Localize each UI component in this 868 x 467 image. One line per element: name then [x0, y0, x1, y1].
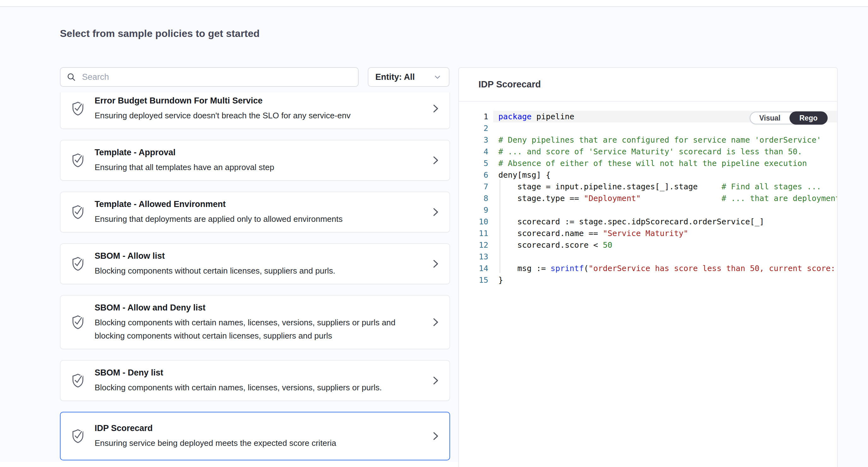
line-number: 7 — [459, 181, 488, 193]
policy-card-selected[interactable]: IDP ScorecardEnsuring service being depl… — [60, 412, 450, 460]
line-number: 5 — [459, 157, 488, 169]
code-line: # Absence of either of these will not ha… — [493, 157, 837, 169]
line-number: 9 — [459, 204, 488, 216]
policy-title: SBOM - Allow and Deny list — [95, 302, 418, 313]
view-mode-toggle[interactable]: Visual Rego — [750, 112, 828, 124]
line-number: 6 — [459, 169, 488, 181]
rego-code-editor[interactable]: 123456789101112131415 package pipeline# … — [459, 101, 837, 286]
chevron-right-icon[interactable] — [430, 258, 441, 269]
indent-guide — [500, 179, 500, 273]
entity-filter-label: Entity: All — [375, 72, 415, 82]
search-box[interactable] — [60, 67, 359, 87]
shield-check-icon — [71, 373, 85, 388]
line-number: 12 — [459, 239, 488, 251]
policy-description: Ensuring deployed service doesn't breach… — [95, 109, 397, 122]
shield-check-icon — [71, 256, 85, 272]
detail-title: IDP Scorecard — [478, 79, 541, 90]
policy-title: Template - Allowed Environment — [95, 199, 418, 210]
line-number: 14 — [459, 263, 488, 274]
policy-description: Blocking components with certain names, … — [95, 316, 397, 342]
policy-card[interactable]: Template - Allowed EnvironmentEnsuring t… — [60, 192, 450, 233]
policy-title: IDP Scorecard — [95, 422, 418, 434]
entity-filter-dropdown[interactable]: Entity: All — [368, 67, 450, 87]
visual-toggle-button[interactable]: Visual — [750, 112, 789, 124]
code-line: msg := sprintf("orderService has score l… — [493, 263, 837, 274]
search-icon — [66, 72, 76, 82]
policy-text: SBOM - Allow and Deny listBlocking compo… — [95, 302, 418, 342]
code-line — [493, 251, 837, 263]
line-number: 13 — [459, 251, 488, 263]
policy-card[interactable]: SBOM - Deny listBlocking components with… — [60, 360, 450, 401]
line-number: 1 — [459, 111, 488, 122]
policy-description: Ensuring that deployments are applied on… — [95, 212, 397, 226]
policy-description: Blocking components with certain names, … — [95, 381, 397, 394]
chevron-right-icon[interactable] — [430, 207, 441, 217]
policy-text: Template - ApprovalEnsuring that all tem… — [95, 147, 418, 174]
policy-title: SBOM - Deny list — [95, 367, 418, 378]
policy-text: Error Budget Burndown For Multi ServiceE… — [95, 95, 418, 122]
policy-title: Error Budget Burndown For Multi Service — [95, 95, 418, 106]
chevron-right-icon[interactable] — [430, 375, 441, 386]
policy-title: Template - Approval — [95, 147, 418, 158]
shield-check-icon — [71, 314, 85, 330]
detail-header: IDP Scorecard — [459, 68, 837, 101]
chevron-right-icon[interactable] — [430, 317, 441, 327]
policy-card[interactable]: SBOM - Allow and Deny listBlocking compo… — [60, 295, 450, 349]
policy-text: SBOM - Allow listBlocking components wit… — [95, 250, 418, 278]
shield-check-icon — [71, 428, 85, 444]
line-number: 2 — [459, 122, 488, 134]
code-line: # Deny pipelines that are configured for… — [493, 134, 837, 146]
code-line: stage = input.pipeline.stages[_].stage #… — [493, 181, 837, 193]
policy-list: Error Budget Burndown For Multi ServiceE… — [60, 92, 450, 462]
line-number: 3 — [459, 134, 488, 146]
policy-card[interactable]: Template - ApprovalEnsuring that all tem… — [60, 140, 450, 181]
line-number: 8 — [459, 193, 488, 204]
line-number: 15 — [459, 274, 488, 286]
policy-text: IDP ScorecardEnsuring service being depl… — [95, 422, 418, 450]
policy-description: Ensuring that all templates have an appr… — [95, 160, 397, 174]
top-bar — [0, 0, 868, 7]
policy-text: SBOM - Deny listBlocking components with… — [95, 367, 418, 394]
search-input[interactable] — [82, 72, 352, 82]
code-content: package pipeline# Deny pipelines that ar… — [493, 111, 837, 286]
code-gutter: 123456789101112131415 — [459, 111, 493, 286]
chevron-right-icon[interactable] — [430, 103, 441, 114]
code-line: # ... and score of 'Service Maturity' sc… — [493, 146, 837, 157]
policy-detail-panel: IDP Scorecard 123456789101112131415 pack… — [458, 67, 838, 467]
policy-title: SBOM - Allow list — [95, 250, 418, 262]
policy-card[interactable]: Error Budget Burndown For Multi ServiceE… — [60, 92, 450, 129]
line-number: 10 — [459, 216, 488, 228]
shield-check-icon — [71, 204, 85, 220]
chevron-down-icon — [433, 72, 442, 81]
shield-check-icon — [71, 101, 85, 116]
code-line: scorecard := stage.spec.idpScorecard.ord… — [493, 216, 837, 228]
line-number: 4 — [459, 146, 488, 157]
policy-description: Blocking components without certain lice… — [95, 264, 397, 278]
policy-text: Template - Allowed EnvironmentEnsuring t… — [95, 199, 418, 226]
code-line — [493, 204, 837, 216]
rego-toggle-button[interactable]: Rego — [789, 111, 828, 125]
policy-samples-screen: Select from sample policies to get start… — [0, 0, 868, 467]
code-line: deny[msg] { — [493, 169, 837, 181]
policy-card[interactable]: SBOM - Allow listBlocking components wit… — [60, 243, 450, 284]
page-title: Select from sample policies to get start… — [60, 28, 259, 39]
code-line: stage.type == "Deployment" # ... that ar… — [493, 193, 837, 204]
code-line: } — [493, 274, 837, 286]
policy-description: Ensuring service being deployed meets th… — [95, 436, 397, 450]
bottom-strip — [0, 462, 458, 467]
line-number: 11 — [459, 228, 488, 239]
code-line: scorecard.score < 50 — [493, 239, 837, 251]
code-line: scorecard.name == "Service Maturity" — [493, 228, 837, 239]
shield-check-icon — [71, 152, 85, 168]
chevron-right-icon[interactable] — [430, 155, 441, 166]
chevron-right-icon[interactable] — [430, 431, 441, 441]
